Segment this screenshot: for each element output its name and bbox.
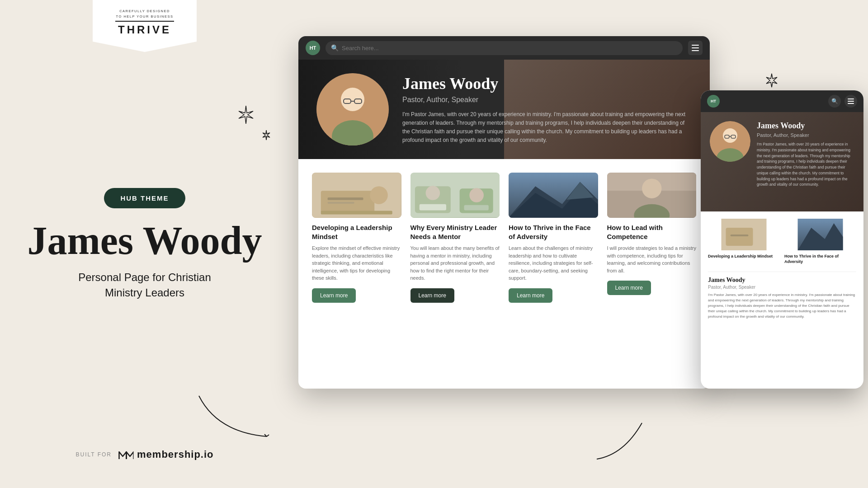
- hero-content: James Woody Pastor, Author, Speaker I'm …: [402, 74, 692, 145]
- card-1-img-content: [312, 173, 401, 218]
- card-adversity: How to Thrive in the Face of Adversity L…: [509, 173, 598, 303]
- mobile-burger-icon: [848, 99, 854, 104]
- card-4-desc: I will provide strategies to lead a mini…: [607, 244, 697, 274]
- mobile-bottom-hint: James Woody Pastor, Author, Speaker I'm …: [708, 272, 856, 319]
- main-name-title: James Woody: [27, 221, 262, 261]
- card-4-img-content: [607, 173, 697, 218]
- svg-point-25: [642, 178, 661, 198]
- mobile-card-2: How to Thrive in the Face of Adversity: [784, 219, 856, 267]
- card-3-img-content: [509, 173, 598, 218]
- mobile-hero-bio: I'm Pastor James, with over 20 years of …: [757, 141, 854, 188]
- mobile-card-1-title: Developing a Leadership Mindset: [708, 254, 780, 259]
- svg-rect-38: [731, 235, 749, 236]
- card-2-image: [410, 173, 500, 218]
- mobile-search-button[interactable]: 🔍: [828, 95, 841, 108]
- mobile-nav-bar: HT 🔍: [701, 90, 863, 112]
- built-for-section: BUILT FOR membership.io: [75, 448, 213, 461]
- card-3-title: How to Thrive in the Face of Adversity: [509, 223, 598, 241]
- logo-thrive: THRIVE: [115, 21, 174, 36]
- card-leadership-mindset: Developing a Leadership Mindset Explore …: [312, 173, 401, 303]
- svg-point-14: [425, 186, 440, 200]
- cards-section: Developing a Leadership Mindset Explore …: [298, 159, 710, 312]
- meeting-illustration: [410, 173, 500, 218]
- card-mentor: Why Every Ministry Leader Needs a Mentor…: [410, 173, 500, 303]
- membership-brand: membership.io: [117, 448, 213, 461]
- mobile-hero-avatar: [710, 121, 750, 162]
- browser-site-avatar: HT: [306, 41, 320, 55]
- mobile-hero-title: Pastor, Author, Speaker: [757, 132, 854, 138]
- mobile-card-2-title: How to Thrive in the Face of Adversity: [784, 254, 856, 264]
- svg-rect-8: [328, 197, 363, 200]
- mountain-illustration: [509, 173, 598, 218]
- membership-brand-name: membership.io: [137, 449, 213, 460]
- svg-point-17: [469, 188, 484, 202]
- mobile-browser-window: HT 🔍: [701, 90, 863, 389]
- mobile-bottom-title: Pastor, Author, Speaker: [708, 285, 856, 290]
- mobile-cards-row: Developing a Leadership Mindset: [708, 219, 856, 267]
- svg-rect-28: [848, 101, 854, 102]
- mobile-card-2-image: [784, 219, 856, 250]
- search-input[interactable]: [326, 41, 683, 55]
- burger-line-3: [692, 50, 699, 51]
- card-1-desc: Explore the mindset of effective ministr…: [312, 244, 401, 282]
- avatar-person-svg: [316, 73, 389, 145]
- mobile-site-avatar: HT: [707, 95, 720, 108]
- card-1-learn-more-button[interactable]: Learn more: [312, 288, 356, 303]
- card-2-learn-more-button[interactable]: Learn more: [410, 288, 454, 303]
- cards-row: Developing a Leadership Mindset Explore …: [312, 173, 696, 303]
- browser-nav-bar: HT 🔍: [298, 36, 710, 60]
- mobile-card-1: Developing a Leadership Mindset: [708, 219, 780, 267]
- card-4-learn-more-button[interactable]: Learn more: [607, 281, 651, 295]
- mobile-hero-text: James Woody Pastor, Author, Speaker I'm …: [757, 121, 854, 188]
- card-3-image: [509, 173, 598, 218]
- hero-name: James Woody: [402, 74, 692, 93]
- search-icon: 🔍: [831, 98, 838, 105]
- svg-rect-9: [328, 202, 354, 204]
- mobile-card-1-svg: [708, 219, 780, 250]
- hub-theme-button[interactable]: HUB THEME: [104, 188, 185, 208]
- svg-rect-27: [848, 99, 854, 99]
- card-3-learn-more-button[interactable]: Learn more: [509, 288, 552, 303]
- card-1-title: Developing a Leadership Mindset: [312, 223, 401, 241]
- logo-banner: CAREFULLY DESIGNED TO HELP YOUR BUSINESS…: [93, 0, 197, 52]
- mobile-content: Developing a Leadership Mindset: [701, 211, 863, 327]
- logo-to-help: TO HELP YOUR BUSINESS: [115, 14, 174, 19]
- svg-rect-18: [464, 205, 488, 211]
- mobile-bottom-name: James Woody: [708, 277, 856, 284]
- hero-avatar: [316, 73, 389, 145]
- mobile-menu-button[interactable]: [844, 95, 857, 108]
- svg-point-10: [370, 186, 388, 204]
- svg-rect-15: [419, 204, 446, 211]
- menu-button[interactable]: [688, 41, 703, 55]
- person-illustration: [607, 173, 697, 218]
- search-wrapper: 🔍: [326, 41, 683, 55]
- hero-section: James Woody Pastor, Author, Speaker I'm …: [298, 60, 710, 159]
- left-panel: CAREFULLY DESIGNED TO HELP YOUR BUSINESS…: [0, 0, 289, 488]
- card-2-desc: You will learn about the many benefits o…: [410, 244, 500, 282]
- main-subtitle: Personal Page for Christian Ministry Lea…: [78, 270, 211, 300]
- card-4-title: How to Lead with Competence: [607, 223, 697, 241]
- card-2-title: Why Every Ministry Leader Needs a Mentor: [410, 223, 500, 241]
- mobile-card-1-image: [708, 219, 780, 250]
- mobile-bottom-bio: I'm Pastor James, with over 20 years of …: [708, 292, 856, 319]
- svg-rect-11: [321, 211, 392, 215]
- built-for-label: BUILT FOR: [75, 451, 112, 458]
- hero-title: Pastor, Author, Speaker: [402, 96, 692, 104]
- card-competence: How to Lead with Competence I will provi…: [607, 173, 697, 303]
- main-browser-window: HT 🔍: [298, 36, 710, 389]
- mobile-nav-icons: 🔍: [828, 95, 857, 108]
- card-1-image: [312, 173, 401, 218]
- card-2-img-content: [410, 173, 500, 218]
- card-3-desc: Learn about the challenges of ministry l…: [509, 244, 598, 282]
- membership-logo-icon: [117, 448, 133, 461]
- svg-rect-37: [726, 228, 753, 246]
- burger-line-2: [692, 47, 699, 48]
- svg-rect-29: [848, 103, 854, 104]
- mobile-hero: James Woody Pastor, Author, Speaker I'm …: [701, 112, 863, 211]
- logo-carefully: CAREFULLY DESIGNED: [115, 9, 174, 14]
- hero-bio: I'm Pastor James, with over 20 years of …: [402, 110, 692, 145]
- mobile-avatar-svg: [710, 121, 750, 162]
- mobile-hero-name: James Woody: [757, 121, 854, 131]
- search-icon: 🔍: [331, 44, 339, 52]
- card-4-image: [607, 173, 697, 218]
